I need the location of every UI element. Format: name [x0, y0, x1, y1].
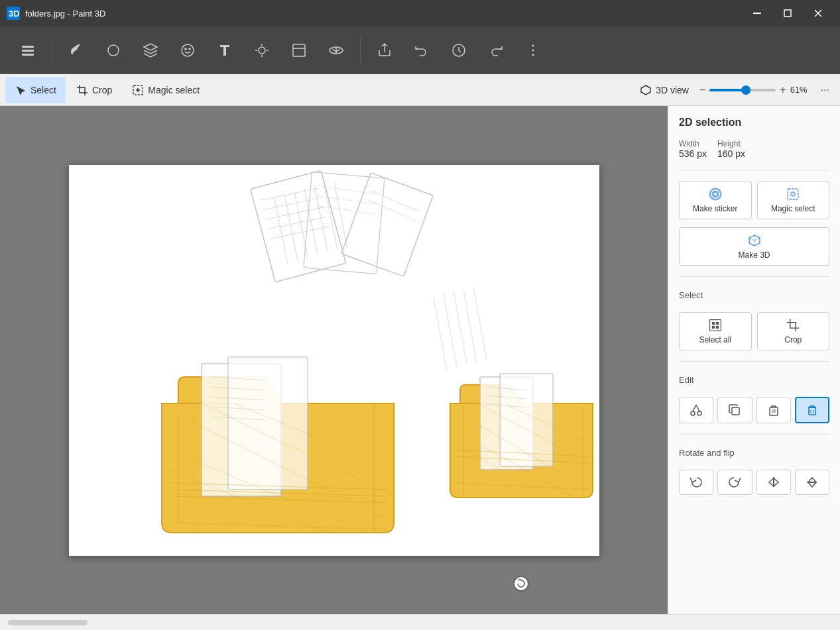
- minimize-button[interactable]: [742, 0, 772, 26]
- toolbar-canvas[interactable]: [282, 30, 316, 70]
- panel-width-group: Width 536 px: [679, 139, 707, 159]
- toolbar-sep-2: [360, 37, 361, 64]
- svg-line-39: [370, 190, 421, 211]
- zoom-plus-icon[interactable]: +: [780, 84, 786, 96]
- svg-rect-97: [716, 326, 719, 329]
- make-sticker-icon: [708, 187, 723, 201]
- svg-rect-6: [22, 46, 34, 48]
- svg-rect-28: [250, 170, 345, 282]
- svg-rect-93: [709, 320, 721, 331]
- copy-button[interactable]: [717, 397, 752, 423]
- undo-button[interactable]: [404, 30, 439, 70]
- rotate-right-button[interactable]: [717, 470, 752, 495]
- panel-crop-button[interactable]: Crop: [757, 312, 830, 350]
- svg-line-100: [693, 405, 696, 411]
- copy-icon: [728, 403, 741, 417]
- delete-button[interactable]: [795, 397, 829, 423]
- ribbon: Select Crop Magic select 3D view − + 61%…: [0, 74, 840, 106]
- svg-point-9: [108, 45, 119, 56]
- rotate-left-button[interactable]: [679, 470, 713, 495]
- panel-height-group: Height 160 px: [717, 139, 745, 159]
- canvas-wrapper: Watermark: [69, 165, 599, 556]
- svg-marker-114: [808, 482, 816, 487]
- select-all-button[interactable]: Select all: [679, 312, 752, 350]
- ribbon-select-label: Select: [30, 85, 56, 95]
- history-button[interactable]: [442, 30, 476, 70]
- svg-line-43: [294, 191, 308, 258]
- flip-vertical-button[interactable]: [795, 470, 829, 495]
- toolbar-more[interactable]: [516, 30, 550, 70]
- svg-marker-27: [641, 85, 650, 95]
- paste-button[interactable]: [756, 397, 791, 423]
- app-icon: 3D: [7, 7, 20, 20]
- redo-button[interactable]: [479, 30, 513, 70]
- panel-title: 2D selection: [679, 117, 829, 129]
- maximize-button[interactable]: [772, 0, 803, 26]
- toolbar-mixed-reality[interactable]: [319, 30, 353, 70]
- ribbon-magic-select[interactable]: Magic select: [123, 77, 209, 103]
- statusbar-scrollbar[interactable]: [8, 620, 88, 625]
- zoom-minus-icon[interactable]: −: [699, 84, 705, 96]
- rotate-section-label: Rotate and flip: [679, 448, 829, 458]
- titlebar-title: folders.jpg - Paint 3D: [25, 9, 105, 19]
- svg-point-13: [259, 47, 265, 54]
- svg-rect-38: [341, 172, 432, 276]
- svg-point-11: [185, 48, 186, 50]
- handle-tl[interactable]: [409, 614, 414, 615]
- svg-point-23: [532, 44, 534, 46]
- panel-width-value: 536 px: [679, 148, 707, 159]
- make-3d-button[interactable]: Make 3D: [679, 227, 829, 266]
- ribbon-3d-view[interactable]: 3D view: [630, 77, 698, 103]
- svg-marker-113: [808, 478, 816, 482]
- folder-right: [450, 374, 593, 498]
- svg-rect-57: [228, 357, 308, 490]
- flip-horizontal-button[interactable]: [756, 470, 791, 495]
- ribbon-select[interactable]: Select: [5, 77, 66, 103]
- rotate-buttons: [679, 470, 829, 495]
- handle-tr[interactable]: [638, 614, 644, 615]
- rotate-left-icon: [690, 476, 703, 489]
- close-button[interactable]: [803, 0, 833, 26]
- select-section-label: Select: [679, 290, 829, 300]
- svg-line-51: [463, 289, 477, 362]
- svg-marker-110: [769, 478, 774, 486]
- titlebar-controls: [742, 0, 833, 26]
- ribbon-more-button[interactable]: ···: [815, 81, 835, 99]
- edit-buttons: [679, 397, 829, 423]
- toolbar-text[interactable]: [208, 30, 242, 70]
- main-toolbar: [0, 26, 840, 74]
- svg-point-10: [182, 44, 194, 56]
- menu-button[interactable]: [11, 30, 45, 70]
- rotate-handle[interactable]: [513, 576, 529, 592]
- toolbar-effects[interactable]: [245, 30, 279, 70]
- delete-icon: [806, 403, 819, 417]
- rotate-right-icon: [728, 476, 741, 489]
- svg-line-37: [315, 205, 375, 214]
- svg-rect-102: [732, 407, 739, 415]
- handle-tm[interactable]: [524, 614, 529, 615]
- toolbar-2d-shapes[interactable]: [96, 30, 131, 70]
- svg-line-40: [367, 199, 418, 221]
- panel-width-label: Width: [679, 139, 707, 148]
- ribbon-3d-view-label: 3D view: [656, 85, 689, 95]
- crop-icon: [786, 318, 800, 333]
- svg-point-89: [713, 193, 717, 196]
- cut-button[interactable]: [679, 397, 713, 423]
- toolbar-share[interactable]: [367, 30, 402, 70]
- magic-select-icon: [786, 187, 800, 201]
- toolbar-sep-1: [52, 37, 52, 64]
- svg-line-45: [314, 185, 328, 251]
- toolbar-brushes[interactable]: [59, 30, 93, 70]
- svg-rect-94: [712, 322, 715, 325]
- make-3d-label: Make 3D: [738, 250, 770, 260]
- toolbar-stickers[interactable]: [170, 30, 205, 70]
- zoom-slider[interactable]: [709, 85, 776, 95]
- canvas-area[interactable]: Watermark: [0, 106, 668, 614]
- edit-section-label: Edit: [679, 375, 829, 385]
- toolbar-3d-shapes[interactable]: [133, 30, 168, 70]
- magic-select-button[interactable]: Magic select: [757, 181, 830, 219]
- panel-dimensions: Width 536 px Height 160 px: [679, 139, 829, 159]
- ribbon-crop-label: Crop: [92, 85, 112, 95]
- make-sticker-button[interactable]: Make sticker: [679, 181, 752, 219]
- ribbon-crop[interactable]: Crop: [67, 77, 121, 103]
